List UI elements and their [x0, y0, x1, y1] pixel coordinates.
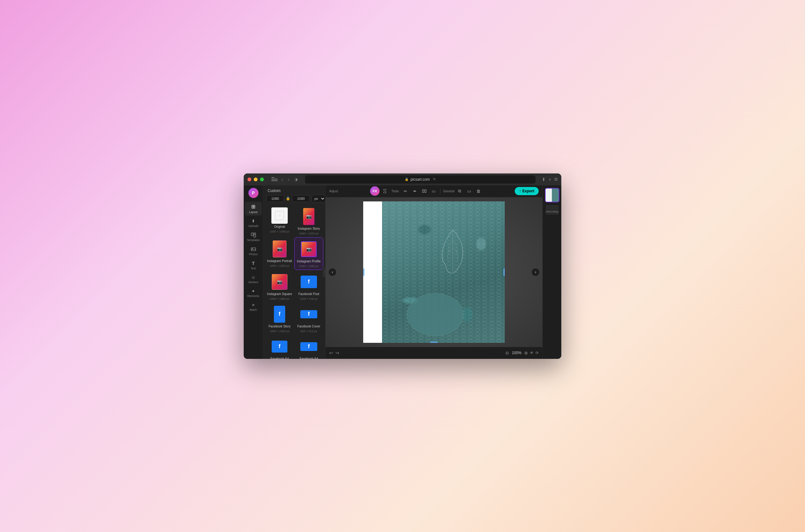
canvas-item-insta-profile[interactable]: 📷 Instagram Profile 1080 × 1080 px [294, 237, 323, 270]
photos-icon [251, 247, 256, 252]
thumb-container-fb-post: f [300, 273, 318, 291]
fx-button[interactable]: FX [370, 186, 380, 196]
new-tab-icon[interactable]: + [549, 177, 551, 182]
sidebar-item-layout[interactable]: ⊞ Layout [245, 202, 262, 215]
svg-point-10 [407, 293, 463, 336]
traffic-light-red[interactable] [248, 177, 251, 181]
address-bar[interactable]: 🔒 picsart.com ↻ [305, 175, 535, 184]
canvas-content: ‹ [326, 197, 543, 347]
sidebar-item-stickers[interactable]: ☺ Stickers [245, 273, 262, 286]
nav-label-layout: Layout [249, 211, 258, 214]
shape-tool-btn[interactable]: ▭ [429, 187, 438, 195]
elements-icon: ✦ [252, 289, 255, 293]
canvas-item-size-insta-story: 1080 × 1920 px [299, 232, 318, 235]
thumb-container-insta-story: 📷 [300, 207, 318, 226]
canvas-item-name-fb-story: Facebook Story [269, 325, 291, 328]
nav-label-uploads: Uploads [248, 224, 258, 228]
traffic-light-green[interactable] [260, 177, 264, 181]
canvas-item-fb-ad-rect[interactable]: f Facebook Ad Recto... 1200 × 628 px [294, 335, 323, 359]
nav-label-elements: Elements [248, 294, 259, 298]
back-button[interactable]: ‹ [280, 176, 284, 183]
sidebar-item-photos[interactable]: Photos [245, 245, 262, 258]
selection-corner-br [502, 340, 505, 343]
sidebar-item-templates[interactable]: Templates [245, 231, 262, 244]
thumb-insta-story: 📷 [303, 208, 314, 225]
browser-actions: ⬆ + ⧉ [542, 177, 557, 182]
share-icon[interactable]: ⬆ [542, 177, 546, 182]
height-input[interactable] [292, 195, 310, 202]
sidebar-item-uploads[interactable]: ⬆ Uploads [245, 217, 262, 229]
canvas-item-insta-square[interactable]: 📷 Instagram Square 1080 × 1080 px [265, 270, 294, 302]
thumb-container-insta-portrait: 📷 [271, 240, 289, 258]
preview-thumb-secondary[interactable]: 1080x1080px [545, 204, 560, 215]
zoom-in-button[interactable]: ⊕ [524, 350, 528, 355]
thumb-insta-square: 📷 [272, 274, 288, 290]
sidebar-item-text[interactable]: T Text [245, 259, 262, 272]
white-canvas[interactable] [363, 202, 505, 343]
canvas-next-arrow[interactable]: › [532, 268, 539, 276]
resize-handle-left[interactable] [363, 268, 364, 276]
thumb-container-fb-ad: f [271, 338, 289, 356]
zoom-out-button[interactable]: ⊖ [505, 350, 509, 355]
adjust-label: Adjust [329, 189, 338, 193]
resize-handle-right[interactable] [504, 268, 505, 276]
sidebar-item-elements[interactable]: ✦ Elements [245, 287, 262, 300]
forward-button[interactable]: › [287, 176, 291, 183]
knit-image [382, 202, 505, 343]
canvas-item-name-insta-square: Instagram Square [267, 292, 292, 296]
resize-handle-bottom[interactable] [430, 342, 438, 343]
thumb-container-insta-square: 📷 [271, 273, 289, 291]
canvas-item-size-insta-portrait: 1080 × 1350 px [270, 264, 289, 267]
tabs-icon[interactable]: ⧉ [554, 177, 557, 182]
link-tool-btn[interactable] [381, 187, 389, 195]
canvas-item-original[interactable]: □ Original 1080 × 1080 px [265, 205, 294, 237]
preview-thumb-main[interactable] [545, 188, 560, 202]
panel-collapse-handle[interactable]: ‹ [323, 267, 326, 277]
insta-icon-profile: 📷 [306, 247, 312, 252]
canvas-item-size-fb-story: 1080 × 1920 px [270, 330, 289, 333]
fb-icon-cover: f [308, 311, 310, 317]
width-input[interactable] [266, 195, 284, 202]
unit-select[interactable]: px in cm [312, 195, 326, 202]
privacy-icon[interactable]: ◑ [293, 177, 299, 182]
export-button[interactable]: ↑ Export [515, 187, 539, 195]
traffic-light-yellow[interactable] [254, 177, 258, 181]
sidebar-toggle-btn[interactable] [271, 177, 278, 182]
canvas-item-size-original: 1080 × 1080 px [270, 230, 289, 233]
canvas-item-name-fb-cover: Facebook Cover [297, 325, 320, 328]
copy-tool-btn[interactable]: ⧉ [456, 187, 464, 195]
preview-thumb-svg [546, 189, 560, 202]
top-toolbar: Adjust FX Tools [326, 185, 543, 197]
canvas-item-size-fb-cover: 820 × 312 px [300, 330, 317, 333]
zoom-fit-button[interactable]: 👁 [530, 351, 534, 355]
canvas-item-fb-story[interactable]: f Facebook Story 1080 × 1920 px [265, 303, 294, 335]
canvas-item-fb-post[interactable]: f Facebook Post 1200 × 630 px [294, 270, 323, 302]
canvas-item-name-fb-ad-rect: Facebook Ad Recto... [296, 357, 322, 359]
general-label: General [443, 189, 454, 193]
canvas-item-insta-story[interactable]: 📷 Instagram Story 1080 × 1920 px [294, 205, 323, 237]
canvas-item-size-insta-profile: 1080 × 1080 px [299, 265, 318, 268]
redo-button[interactable]: ↪ [335, 350, 339, 355]
stickers-icon: ☺ [251, 275, 255, 280]
pen-tool-btn[interactable]: ✒ [411, 187, 419, 195]
frame-tool-btn[interactable]: ▭ [465, 187, 473, 195]
delete-tool-btn[interactable]: 🗑 [475, 187, 483, 195]
canvas-item-name-fb-post: Facebook Post [298, 292, 319, 296]
insta-icon-story: 📷 [306, 214, 312, 219]
panel-header: Custom [263, 185, 325, 195]
canvas-item-fb-cover[interactable]: f Facebook Cover 820 × 312 px [294, 303, 323, 335]
zoom-reset-button[interactable]: ⟳ [535, 351, 539, 355]
canvas-item-insta-portrait[interactable]: 📷 Instagram Portrait 1080 × 1350 px [265, 237, 294, 270]
sidebar-item-batch[interactable]: ≡ Batch [245, 301, 262, 313]
crop-tool-btn[interactable]: ⌧ [420, 187, 428, 195]
undo-button[interactable]: ↩ [329, 350, 333, 355]
lock-size-icon[interactable]: 🔒 [286, 196, 290, 201]
svg-rect-15 [546, 189, 552, 202]
picsart-logo[interactable]: P [249, 188, 258, 198]
canvas-prev-arrow[interactable]: ‹ [329, 268, 336, 276]
canvas-item-fb-ad[interactable]: f Facebook Ad 810 × 450 px [265, 335, 294, 359]
batch-icon: ≡ [252, 303, 255, 307]
brush-tool-btn[interactable]: ✏ [401, 187, 409, 195]
canvas-item-name-fb-ad: Facebook Ad [271, 357, 289, 359]
reload-icon[interactable]: ↻ [433, 177, 436, 181]
